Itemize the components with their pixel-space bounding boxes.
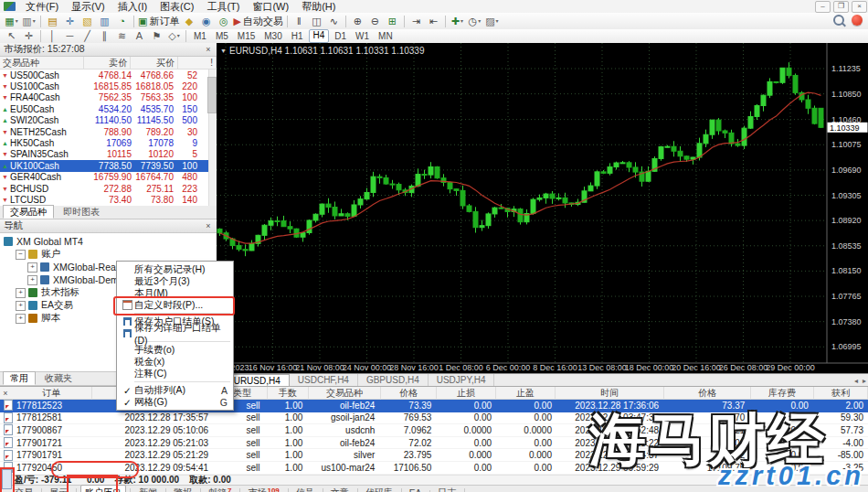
history-column-5[interactable]: 价格 [381,387,437,400]
terminal-close-icon[interactable]: × [0,389,11,398]
tree-plus-icon[interactable]: + [27,262,37,273]
notification-icon[interactable] [852,15,863,26]
profiles-button[interactable]: ▥▾ [20,15,37,28]
market-watch-row[interactable]: ▼NETH25Cash788.90789.2030 [0,126,217,137]
menu-item-view[interactable]: 显示(V) [65,1,111,13]
history-column-6[interactable]: 止损 [437,387,496,400]
context-menu-item[interactable]: 保存为详细户口结单(D) [117,327,233,339]
history-column-8[interactable]: 时间 [556,387,664,400]
terminal-tab-邮箱[interactable]: 邮箱7 [205,486,235,492]
navigator-toggle[interactable]: ▧ [79,15,96,28]
tile-windows-button[interactable]: ⊞ [384,15,401,28]
chart-tab[interactable]: GBPUSD,H4 [358,374,429,386]
shapes-button[interactable]: ◇▾ [165,29,183,43]
terminal-tab-警报[interactable]: 警报 [170,486,196,492]
history-column-11[interactable]: 获利 [814,387,868,400]
timeframe-mn[interactable]: MN [375,30,397,42]
market-watch-tab[interactable]: 交易品种 [3,205,54,219]
timeframe-w1[interactable]: W1 [352,30,373,42]
terminal-tab-日志[interactable]: 日志 [434,486,460,492]
menu-item-charts[interactable]: 图表(C) [153,1,200,13]
templates-button[interactable]: ▨▾ [483,15,501,28]
tree-minus-icon[interactable]: − [16,250,26,260]
autotrading-button[interactable]: ▶自动交易 [232,15,283,28]
history-column-7[interactable]: 止盈 [496,387,556,400]
menu-item-window[interactable]: 窗口(W) [246,1,295,13]
chart-tab[interactable]: USDCHF,H4 [290,374,358,386]
mql5-button[interactable]: ◉ [197,15,215,28]
menu-item-file[interactable]: 文件(F) [19,1,65,13]
vline-button[interactable]: │ [44,29,61,43]
strategy-tester-toggle[interactable]: ◔ [113,15,131,28]
menu-item-help[interactable]: 帮助(H) [295,1,342,13]
market-watch-row[interactable]: ▲UK100Cash7738.507739.50100 [0,160,217,171]
market-watch-row[interactable]: ▼US100Cash16815.8516818.05220 [0,80,217,91]
hline-button[interactable]: ─ [61,29,79,43]
context-menu-item[interactable]: ✓网格(G)G [117,396,233,408]
text-button[interactable]: A [131,29,148,43]
zoom-out-button[interactable]: ⊖ [366,15,384,28]
restore-button[interactable]: ❐ [833,1,849,13]
menu-item-insert[interactable]: 插入(I) [111,1,153,13]
market-watch-row[interactable]: ▼US500Cash4768.144768.6652 [0,70,217,80]
history-column-9[interactable]: 价格 [664,387,751,400]
context-menu-item[interactable]: 手续费(o) [117,344,233,356]
mw-column-3[interactable]: ! [178,57,217,69]
fibonacci-button[interactable]: ≋ [113,29,131,43]
terminal-tab-文章[interactable]: 文章 [327,486,353,492]
label-button[interactable]: ⚑ [148,29,165,43]
timeframe-m5[interactable]: M5 [212,30,232,42]
timeframe-h4[interactable]: H4 [309,29,330,43]
history-column-10[interactable]: 库存费 [751,387,814,400]
context-menu-item[interactable]: ✓自动排列(A)A [117,384,233,396]
context-menu-item[interactable]: 税金(x) [117,356,233,368]
close-button[interactable]: × [852,1,867,13]
timeframe-d1[interactable]: D1 [331,30,350,42]
candlestick-button[interactable]: ◫ [308,15,325,28]
data-window-toggle[interactable]: ✛ [61,15,79,28]
market-watch-toggle[interactable]: ▤ [44,15,61,28]
periods-button[interactable]: ◷▾ [466,15,483,28]
context-menu-item[interactable]: 所有交易记录(H) [117,263,233,275]
timeframe-h1[interactable]: H1 [288,30,307,42]
search-icon[interactable] [833,15,844,26]
indicators-button[interactable]: ✚▾ [449,15,466,28]
market-watch-row[interactable]: ▲HK50Cash17069170789 [0,137,217,148]
terminal-tab-信号[interactable]: 信号 [292,486,318,492]
timeframe-m30[interactable]: M30 [260,30,285,42]
navigator-tab[interactable]: 收藏夹 [37,371,79,385]
market-watch-row[interactable]: ▼BCHUSD272.88275.11223 [0,183,217,194]
tree-plus-icon[interactable]: + [16,288,26,298]
terminal-tab-新闻[interactable]: 新闻 [135,486,161,492]
timeframe-m1[interactable]: M1 [190,30,210,42]
menu-item-tools[interactable]: 工具(T) [200,1,246,13]
market-watch-row[interactable]: ▲EU50Cash4534.204535.70150 [0,103,217,114]
cursor-button[interactable]: ↖ [3,29,20,43]
market-watch-scrollbar[interactable] [208,70,217,206]
market-watch-close-icon[interactable]: × [204,45,213,54]
market-watch-row[interactable]: ▼FRA40Cash7562.357563.35100 [0,92,217,103]
market-watch-tab[interactable]: 即时图表 [56,205,107,219]
crosshair-button[interactable]: ✛ [20,29,37,43]
channel-button[interactable]: ∥ [96,29,113,43]
candlestick-chart[interactable]: 1.112351.108501.104601.100751.096901.093… [217,43,868,373]
mw-column-0[interactable]: 交易品种 [0,57,84,69]
minimize-button[interactable]: – [815,1,831,13]
terminal-tab-市场[interactable]: 市场109 [244,486,282,492]
community-button[interactable]: ◎ [215,15,232,28]
mw-column-1[interactable]: 卖价 [84,57,132,69]
scroll-left-icon[interactable]: ◂ [854,377,858,385]
zoom-in-button[interactable]: ⊕ [349,15,366,28]
history-column-4[interactable]: 交易品种 [309,387,381,400]
market-watch-row[interactable]: ▼GER40Cash16759.9016764.70480 [0,172,217,183]
market-watch-row[interactable]: ▼LTCUSD73.4073.80140 [0,194,217,205]
navigator-close-icon[interactable]: × [204,221,213,230]
chart-shift-toggle[interactable]: ⇤ [425,15,442,28]
tree-plus-icon[interactable]: + [16,314,26,324]
terminal-toggle[interactable]: ▥ [96,15,113,28]
context-menu-item[interactable]: 注释(C) [117,368,233,380]
navigator-tab[interactable]: 常用 [3,371,36,385]
market-watch-row[interactable]: ▲SWI20Cash11140.5011145.50500 [0,115,217,126]
tree-plus-icon[interactable]: + [16,301,26,311]
navigator-item[interactable]: XM Global MT4 [0,235,217,248]
